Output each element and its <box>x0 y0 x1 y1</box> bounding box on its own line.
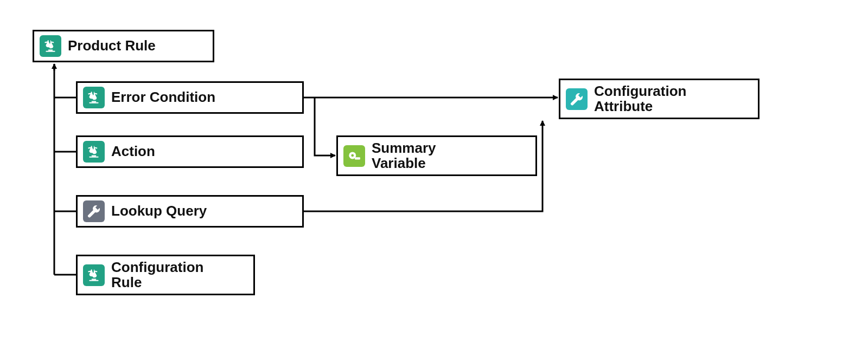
node-configuration-rule: ConfigurationRule <box>76 255 255 295</box>
svg-point-12 <box>351 154 354 157</box>
node-label: Error Condition <box>111 90 215 105</box>
node-label: Lookup Query <box>111 204 207 218</box>
svg-rect-8 <box>89 102 98 103</box>
node-label: ConfigurationAttribute <box>594 84 686 114</box>
svg-rect-9 <box>89 157 98 158</box>
svg-rect-10 <box>89 280 98 281</box>
node-lookup-query: Lookup Query <box>76 195 304 228</box>
scales-icon <box>83 87 105 108</box>
node-error-condition: Error Condition <box>76 81 304 114</box>
wrench-icon <box>83 200 105 222</box>
scales-icon <box>40 35 61 57</box>
node-label: Product Rule <box>68 38 156 53</box>
svg-rect-7 <box>46 51 55 52</box>
node-label: SummaryVariable <box>372 141 436 171</box>
node-configuration-attribute: ConfigurationAttribute <box>559 79 760 119</box>
wrench-icon <box>566 88 588 110</box>
scales-icon <box>83 141 105 163</box>
node-summary-variable: SummaryVariable <box>336 135 537 176</box>
node-label: ConfigurationRule <box>111 260 203 290</box>
node-label: Action <box>111 144 155 159</box>
tape-measure-icon <box>343 145 365 167</box>
node-action: Action <box>76 135 304 168</box>
scales-icon <box>83 264 105 286</box>
node-product-rule: Product Rule <box>33 30 214 62</box>
svg-rect-13 <box>355 157 360 159</box>
